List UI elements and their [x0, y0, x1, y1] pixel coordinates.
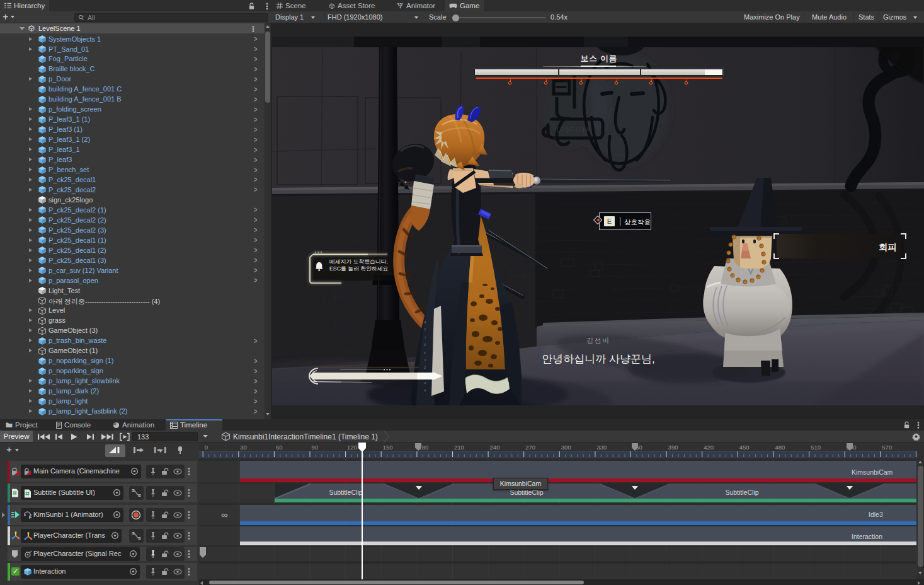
svg-text:570: 570 [882, 444, 892, 451]
svg-text:330: 330 [596, 444, 607, 451]
svg-text:120: 120 [347, 444, 357, 451]
svg-text:390: 390 [668, 444, 678, 451]
svg-text:90: 90 [312, 444, 319, 451]
svg-text:480: 480 [775, 444, 785, 451]
svg-text:4: 4 [424, 320, 426, 325]
svg-text:0: 0 [424, 343, 426, 347]
svg-text:): ) [424, 335, 426, 340]
svg-text:300: 300 [561, 444, 571, 451]
svg-text:240: 240 [490, 444, 500, 451]
svg-text:0: 0 [205, 444, 208, 451]
svg-text:450: 450 [739, 444, 750, 451]
svg-text:420: 420 [704, 444, 714, 451]
svg-text:270: 270 [525, 444, 535, 451]
svg-text:30: 30 [240, 444, 247, 451]
svg-text:150: 150 [383, 444, 393, 451]
svg-text:510: 510 [811, 444, 821, 451]
svg-text:210: 210 [454, 444, 464, 451]
svg-text:x: x [424, 358, 426, 362]
svg-text:7: 7 [424, 328, 426, 332]
svg-text:60: 60 [276, 444, 283, 451]
svg-text:m: m [424, 350, 426, 355]
svg-text:(ㄹ(ㄷㄹ)ㅎ: (ㄹ(ㄷㄹ)ㅎ [557, 125, 591, 133]
svg-text:8: 8 [424, 388, 426, 393]
